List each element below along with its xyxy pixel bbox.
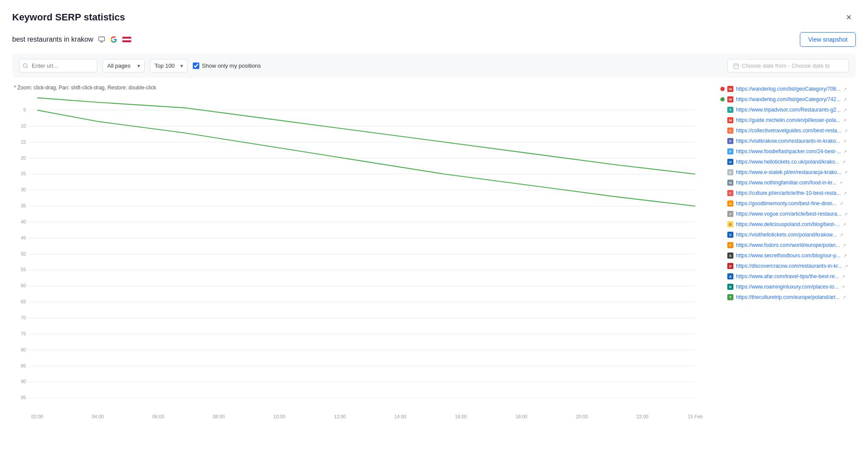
external-icon-9: ↗ xyxy=(844,170,848,175)
legend-item[interactable]: V https://visitkrakow.com/restaurants-in… xyxy=(719,137,856,145)
date-placeholder: Choose date from - Choose date to xyxy=(742,62,830,69)
legend-item[interactable]: M https://guide.michelin.com/en/pl/lesse… xyxy=(719,116,856,125)
legend-item[interactable]: E https://www.e-statek.pl/en/restauracja… xyxy=(719,168,856,177)
legend-favicon-14: D xyxy=(727,221,733,227)
legend-url-7: https://www.foodieflashpacker.com/24-bes… xyxy=(736,148,841,154)
svg-text:16:00: 16:00 xyxy=(455,414,467,419)
legend-item[interactable]: G https://goodtimemonty.com/best-fine-di… xyxy=(719,199,856,208)
svg-text:10:00: 10:00 xyxy=(274,414,285,419)
legend-item[interactable]: F https://www.fodors.com/world/europe/po… xyxy=(719,241,856,249)
pages-select[interactable]: All pages My pages xyxy=(102,59,145,72)
external-icon-19: ↗ xyxy=(842,274,845,279)
legend-url-19: https://www.afar.com/travel-tips/the-bes… xyxy=(736,273,839,279)
legend-item[interactable]: F https://www.foodieflashpacker.com/24-b… xyxy=(719,147,856,156)
legend-favicon-18: D xyxy=(727,263,733,269)
legend-favicon-5: C xyxy=(727,128,733,134)
svg-text:15 Feb: 15 Feb xyxy=(688,414,703,419)
legend-url-8: https://www.hellotickets.co.uk/poland/kr… xyxy=(736,159,839,165)
legend-url-4: https://guide.michelin.com/en/pl/lesser-… xyxy=(736,117,840,123)
external-icon-11: ↗ xyxy=(843,191,847,196)
legend-url-11: https://culture.pl/en/article/the-10-bes… xyxy=(736,190,841,196)
legend-item[interactable]: T https://www.tripadvisor.com/Restaurant… xyxy=(719,105,856,114)
legend-item[interactable]: V https://www.vogue.com/article/best-res… xyxy=(719,210,856,218)
legend-url-17: https://www.secretfoodtours.com/blog/our… xyxy=(736,253,841,259)
legend-favicon-8: H xyxy=(727,159,733,165)
svg-text:20:00: 20:00 xyxy=(576,414,588,419)
legend-item[interactable]: W https://wanderlog.com/list/geoCategory… xyxy=(719,95,856,104)
svg-text:08:00: 08:00 xyxy=(213,414,224,419)
close-button[interactable]: × xyxy=(842,10,856,24)
external-icon-12: ↗ xyxy=(839,201,843,206)
legend-indicator-red xyxy=(720,87,725,91)
svg-text:75: 75 xyxy=(21,331,26,336)
legend-item[interactable]: T https://theculturetrip.com/europe/pola… xyxy=(719,293,856,302)
date-range-input[interactable]: Choose date from - Choose date to xyxy=(727,59,849,72)
svg-text:80: 80 xyxy=(21,347,26,352)
svg-text:70: 70 xyxy=(21,315,26,320)
legend-item[interactable]: V https://visithellotickets.com/poland/k… xyxy=(719,230,856,239)
legend-favicon-4: M xyxy=(727,117,733,123)
svg-text:5: 5 xyxy=(23,107,26,112)
legend-url-3: https://www.tripadvisor.com/Restaurants-… xyxy=(736,107,841,113)
external-icon-4: ↗ xyxy=(843,118,846,123)
keyword-info: best restaurants in krakow xyxy=(12,36,132,43)
svg-text:12:00: 12:00 xyxy=(334,414,346,419)
legend-url-16: https://www.fodors.com/world/europe/pola… xyxy=(736,242,840,248)
legend-item[interactable]: C https://culture.pl/en/article/the-10-b… xyxy=(719,189,856,197)
svg-text:25: 25 xyxy=(21,171,26,176)
legend-url-21: https://theculturetrip.com/europe/poland… xyxy=(736,294,840,300)
legend-favicon-6: V xyxy=(727,138,733,144)
legend-item[interactable]: C https://collectivetravelguides.com/bes… xyxy=(719,126,856,135)
legend-url-15: https://visithellotickets.com/poland/kra… xyxy=(736,232,837,238)
svg-text:60: 60 xyxy=(21,283,26,288)
legend-url-1: https://wanderlog.com/list/geoCategory/7… xyxy=(736,86,841,92)
legend-item[interactable]: R https://www.roaminginluxury.com/places… xyxy=(719,282,856,291)
legend-favicon-1: W xyxy=(727,86,733,92)
legend-item[interactable]: W https://wanderlog.com/list/geoCategory… xyxy=(719,85,856,93)
modal-header: Keyword SERP statistics × xyxy=(12,10,856,24)
svg-text:04:00: 04:00 xyxy=(92,414,103,419)
chart-wrapper[interactable]: 5 10 15 20 25 30 35 40 xyxy=(12,94,713,423)
country-flag xyxy=(122,36,132,43)
legend-favicon-17: S xyxy=(727,253,733,259)
svg-rect-0 xyxy=(99,37,104,41)
svg-text:95: 95 xyxy=(21,395,26,400)
svg-text:50: 50 xyxy=(21,251,26,256)
external-icon-10: ↗ xyxy=(839,180,842,185)
svg-text:06:00: 06:00 xyxy=(152,414,164,419)
svg-text:02:00: 02:00 xyxy=(31,414,43,419)
svg-text:35: 35 xyxy=(21,203,26,208)
legend-item[interactable]: D https://discovercracow.com/restaurants… xyxy=(719,262,856,270)
filters-bar: All pages My pages ▼ Top 100 Top 50 Top … xyxy=(12,54,856,78)
legend-favicon-12: G xyxy=(727,200,733,207)
svg-text:10: 10 xyxy=(21,123,26,128)
legend-favicon-21: T xyxy=(727,294,733,300)
keyword-row: best restaurants in krakow View snapshot xyxy=(12,32,856,47)
svg-text:14:00: 14:00 xyxy=(394,414,406,419)
legend-item[interactable]: N https://www.nothingfamiliar.com/food-i… xyxy=(719,178,856,187)
legend-item[interactable]: A https://www.afar.com/travel-tips/the-b… xyxy=(719,272,856,281)
top-select[interactable]: Top 100 Top 50 Top 10 xyxy=(150,59,188,72)
external-icon-7: ↗ xyxy=(843,149,847,154)
show-my-positions-checkbox[interactable] xyxy=(193,62,199,69)
external-icon-16: ↗ xyxy=(842,243,846,248)
external-icon-5: ↗ xyxy=(844,128,848,133)
google-icon xyxy=(110,36,118,43)
svg-text:55: 55 xyxy=(21,267,26,272)
legend-favicon-16: F xyxy=(727,242,733,248)
modal-container: Keyword SERP statistics × best restauran… xyxy=(0,0,868,466)
show-my-positions-wrap: Show only my positions xyxy=(193,62,261,69)
svg-text:85: 85 xyxy=(21,363,26,368)
svg-text:30: 30 xyxy=(21,187,26,192)
legend-favicon-9: E xyxy=(727,169,733,175)
url-search-input[interactable] xyxy=(19,59,97,72)
view-snapshot-button[interactable]: View snapshot xyxy=(800,32,856,47)
legend-favicon-7: F xyxy=(727,148,733,154)
external-icon-18: ↗ xyxy=(845,264,848,269)
legend-item[interactable]: H https://www.hellotickets.co.uk/poland/… xyxy=(719,158,856,166)
legend-item[interactable]: D https://www.deliciouspoland.com/blog/b… xyxy=(719,220,856,229)
chart-legend: W https://wanderlog.com/list/geoCategory… xyxy=(713,85,856,423)
legend-item[interactable]: S https://www.secretfoodtours.com/blog/o… xyxy=(719,251,856,260)
svg-point-1 xyxy=(23,64,27,68)
svg-text:20: 20 xyxy=(21,155,26,160)
